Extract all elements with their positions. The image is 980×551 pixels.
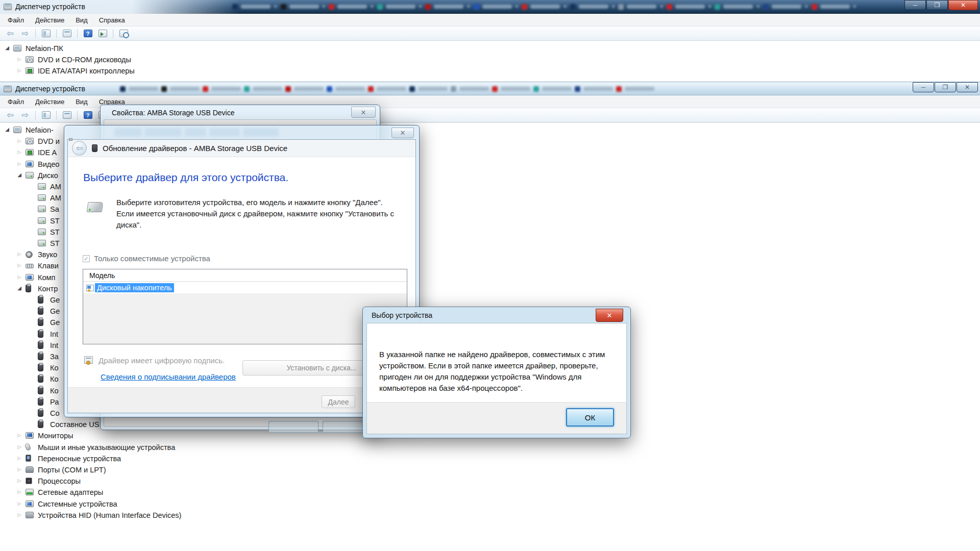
properties-icon[interactable] xyxy=(61,110,73,121)
menu-view[interactable]: Вид xyxy=(71,15,92,26)
collapse-arrow-icon[interactable] xyxy=(4,44,10,52)
collapse-arrow-icon[interactable] xyxy=(4,126,10,133)
back-icon[interactable]: ⇦ xyxy=(4,28,16,39)
help-icon[interactable]: ? xyxy=(82,28,94,39)
window2-tree-item[interactable]: Устройства HID (Human Interface Devices) xyxy=(0,510,388,521)
expand-arrow-icon[interactable] xyxy=(16,488,22,495)
ok-button[interactable]: ОК xyxy=(566,408,614,427)
tab-close-icon: ✕ xyxy=(274,4,278,9)
expand-arrow-icon[interactable] xyxy=(16,273,22,281)
expand-arrow-icon[interactable] xyxy=(16,511,22,518)
restore-button[interactable]: ❐ xyxy=(926,0,948,10)
usb-icon xyxy=(38,330,43,338)
tab-close-icon: ✕ xyxy=(708,4,712,9)
blurred-tab-text xyxy=(294,87,324,91)
close-icon[interactable]: ✕ xyxy=(351,107,376,118)
properties-icon[interactable] xyxy=(61,28,73,39)
tree-item-label: IDE A xyxy=(38,148,57,157)
menu-file[interactable]: Файл xyxy=(3,96,29,107)
expand-arrow-icon[interactable] xyxy=(16,500,22,507)
blurred-tab-text xyxy=(289,5,319,9)
tree-item-label: Ge xyxy=(50,318,60,327)
tree-item-label: Видео xyxy=(38,160,59,168)
list-item[interactable]: Дисковый накопитель xyxy=(83,282,407,293)
menu-file[interactable]: Файл xyxy=(3,15,29,26)
expand-arrow-icon[interactable] xyxy=(16,477,22,484)
collapse-arrow-icon[interactable] xyxy=(16,285,22,292)
minimize-button[interactable]: ─ xyxy=(904,0,926,10)
keyboard-icon xyxy=(26,264,34,268)
scan-hardware-icon[interactable] xyxy=(117,28,130,39)
disk-icon xyxy=(38,194,46,201)
favicon-blob xyxy=(232,4,238,10)
expand-arrow-icon[interactable] xyxy=(16,262,22,269)
window2-tree-item[interactable]: Сетевые адаптеры xyxy=(0,487,388,498)
menu-action[interactable]: Действие xyxy=(31,96,69,107)
tree-item-label: Переносные устройства xyxy=(38,455,121,463)
console-tree-icon[interactable] xyxy=(40,110,52,121)
console-tree-icon[interactable] xyxy=(40,28,52,39)
close-button[interactable]: ✕ xyxy=(948,0,978,10)
favicon-blob xyxy=(451,86,456,92)
collapse-arrow-icon[interactable] xyxy=(16,171,22,179)
compatible-checkbox-label: Только совместимые устройства xyxy=(94,254,210,263)
menu-view[interactable]: Вид xyxy=(71,96,92,107)
tree-item-label: ST xyxy=(50,239,60,247)
expand-arrow-icon[interactable] xyxy=(16,443,22,450)
window2-tree-item[interactable]: Процессоры xyxy=(0,475,388,487)
window1-tree-item[interactable]: IDE ATA/ATAPI контроллеры xyxy=(0,65,388,77)
back-icon[interactable]: ⇦ xyxy=(72,141,87,156)
window2-tree-item[interactable]: Порты (COM и LPT) xyxy=(0,464,388,475)
blurred-tab-text xyxy=(337,5,367,9)
portable-icon xyxy=(26,455,31,462)
expand-arrow-icon[interactable] xyxy=(16,432,22,439)
ok-button[interactable] xyxy=(268,421,318,433)
next-button[interactable]: Далее xyxy=(322,395,355,408)
favicon-blob xyxy=(368,86,374,92)
forward-icon[interactable]: ⇨ xyxy=(19,110,31,121)
close-icon[interactable]: ✕ xyxy=(391,128,414,138)
cancel-button[interactable] xyxy=(323,421,363,433)
driver-signing-link[interactable]: Сведения о подписывании драйверов xyxy=(101,372,236,381)
usb-icon xyxy=(38,296,43,304)
expand-arrow-icon[interactable] xyxy=(16,251,22,258)
expand-arrow-icon[interactable] xyxy=(16,455,22,462)
expand-arrow-icon[interactable] xyxy=(16,148,22,156)
help-icon[interactable]: ? xyxy=(82,110,94,121)
model-listbox: Модель Дисковый накопитель xyxy=(83,269,407,344)
expand-arrow-icon[interactable] xyxy=(16,466,22,473)
window1-menubar: Файл Действие Вид Справка xyxy=(0,14,980,27)
model-column-header[interactable]: Модель xyxy=(83,269,407,282)
window1-title: Диспетчер устройств xyxy=(15,0,85,14)
window2-tree-item[interactable]: Системные устройства xyxy=(0,498,388,510)
tree-item-label: DVD и CD-ROM дисководы xyxy=(38,56,131,64)
compatible-checkbox[interactable]: ✓ xyxy=(83,255,90,262)
minimize-button[interactable]: ─ xyxy=(913,82,934,92)
tab-close-icon: ✕ xyxy=(804,4,808,9)
restore-button[interactable]: ❐ xyxy=(935,82,956,92)
window1-tree-item[interactable]: DVD и CD-ROM дисководы xyxy=(0,54,388,65)
back-icon[interactable]: ⇦ xyxy=(4,110,16,121)
window2-tree-item[interactable]: Мыши и иные указывающие устройства xyxy=(0,442,388,453)
forward-icon[interactable]: ⇨ xyxy=(19,28,31,39)
menu-help[interactable]: Справка xyxy=(94,15,130,26)
expand-arrow-icon[interactable] xyxy=(16,56,22,63)
compatible-checkbox-row: ✓ Только совместимые устройства xyxy=(83,254,210,263)
window2-tree-item[interactable]: Переносные устройства xyxy=(0,453,388,464)
tree-item-label: Ко xyxy=(50,364,59,372)
disk-icon xyxy=(38,240,46,246)
close-icon[interactable]: ✕ xyxy=(596,309,623,322)
expand-arrow-icon[interactable] xyxy=(16,137,22,144)
list-view-icon[interactable] xyxy=(96,28,109,39)
close-button[interactable]: ✕ xyxy=(957,82,978,92)
disk-icon xyxy=(38,217,46,224)
window1-tree-item[interactable]: Nefaion-ПК xyxy=(0,43,388,54)
expand-arrow-icon[interactable] xyxy=(16,160,22,167)
expand-arrow-icon[interactable] xyxy=(16,67,22,74)
favicon-blob xyxy=(161,86,167,92)
favicon-blob xyxy=(533,86,539,92)
blurred-tab-text xyxy=(583,87,613,91)
tree-item-label: Составное US xyxy=(50,420,99,429)
menu-action[interactable]: Действие xyxy=(31,15,69,26)
blurred-tab-text xyxy=(335,87,365,91)
